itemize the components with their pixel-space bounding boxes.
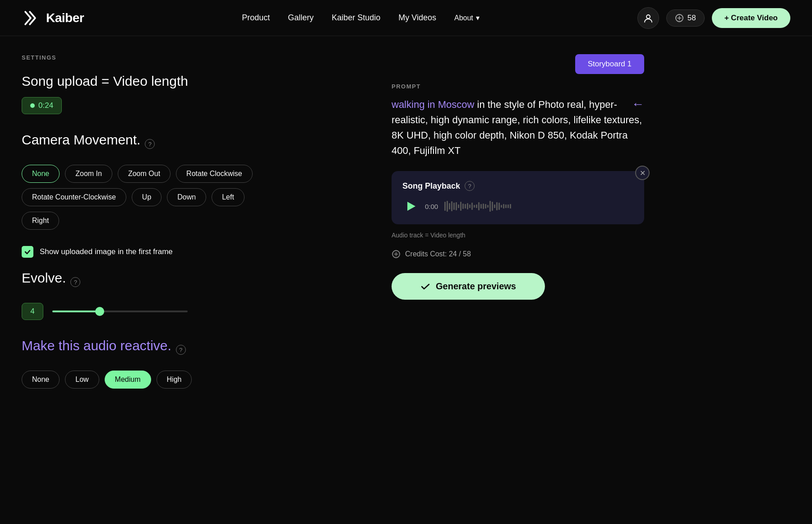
chevron-down-icon: ▾ bbox=[476, 14, 480, 22]
navigation: Kaiber Product Gallery Kaiber Studio My … bbox=[0, 0, 812, 36]
nav-kaiber-studio[interactable]: Kaiber Studio bbox=[332, 13, 380, 22]
create-video-button[interactable]: + Create Video bbox=[712, 8, 790, 28]
recording-dot bbox=[30, 103, 35, 108]
left-panel: SETTINGS Song upload = Video length 0:24… bbox=[22, 54, 364, 506]
song-playback-card: ✕ Song Playback ? 0:00 bbox=[392, 171, 644, 224]
waveform-bar bbox=[465, 204, 466, 209]
storyboard-header: Storyboard 1 bbox=[392, 54, 644, 74]
waveform-bar bbox=[505, 204, 507, 208]
duration-badge: 0:24 bbox=[22, 97, 62, 114]
audio-reactive-help-icon[interactable]: ? bbox=[176, 345, 186, 355]
audio-track-note: Audio track = Video length bbox=[392, 232, 644, 239]
evolve-title: Evolve. bbox=[22, 270, 66, 286]
waveform-bar bbox=[453, 203, 455, 210]
generate-button-label: Generate previews bbox=[436, 281, 516, 292]
waveform-bar bbox=[487, 205, 489, 208]
waveform-bar bbox=[447, 201, 448, 212]
generate-previews-button[interactable]: Generate previews bbox=[392, 273, 545, 300]
audio-option-none[interactable]: None bbox=[22, 371, 60, 389]
back-arrow-icon[interactable]: ← bbox=[632, 97, 644, 111]
evolve-slider-container: 4 bbox=[22, 303, 364, 320]
nav-right: 58 + Create Video bbox=[637, 7, 790, 29]
waveform-bar bbox=[467, 203, 468, 209]
waveform-bar bbox=[444, 202, 446, 211]
waveform-bar bbox=[498, 203, 500, 210]
waveform-bar bbox=[496, 202, 498, 210]
playback-controls: 0:00 bbox=[402, 198, 633, 214]
play-triangle-icon bbox=[407, 202, 415, 211]
waveform-bar bbox=[456, 202, 457, 210]
camera-option-rotate-clockwise[interactable]: Rotate Clockwise bbox=[176, 165, 253, 183]
audio-reactive-section: Make this audio reactive. ? None Low Med… bbox=[22, 338, 364, 389]
camera-option-left[interactable]: Left bbox=[212, 188, 245, 206]
credits-cost-text: Credits Cost: 24 / 58 bbox=[405, 250, 471, 258]
audio-option-medium[interactable]: Medium bbox=[105, 371, 151, 389]
storyboard-button[interactable]: Storyboard 1 bbox=[575, 54, 644, 74]
camera-help-icon[interactable]: ? bbox=[145, 139, 155, 149]
evolve-slider-track[interactable] bbox=[52, 311, 188, 312]
close-playback-button[interactable]: ✕ bbox=[635, 166, 650, 180]
waveform bbox=[444, 199, 633, 213]
credits-icon bbox=[675, 14, 684, 23]
waveform-bar bbox=[494, 204, 495, 208]
user-profile-button[interactable] bbox=[637, 7, 659, 29]
camera-options-group-3: Right bbox=[22, 212, 364, 230]
camera-option-zoom-in[interactable]: Zoom In bbox=[65, 165, 112, 183]
camera-option-up[interactable]: Up bbox=[132, 188, 161, 206]
evolve-section: Evolve. ? 4 bbox=[22, 270, 364, 320]
credits-row-icon bbox=[392, 250, 401, 259]
nav-my-videos[interactable]: My Videos bbox=[398, 13, 436, 22]
audio-option-low[interactable]: Low bbox=[65, 371, 99, 389]
waveform-bar bbox=[478, 202, 480, 210]
audio-reactive-options: None Low Medium High bbox=[22, 371, 364, 389]
camera-option-rotate-counter-clockwise[interactable]: Rotate Counter-Clockwise bbox=[22, 188, 126, 206]
nav-gallery[interactable]: Gallery bbox=[288, 13, 314, 22]
waveform-bar bbox=[476, 204, 477, 208]
evolve-value: 4 bbox=[22, 303, 43, 320]
prompt-section: walking in Moscow in the style of Photo … bbox=[392, 97, 644, 158]
camera-option-down[interactable]: Down bbox=[167, 188, 206, 206]
settings-label: SETTINGS bbox=[22, 54, 364, 61]
waveform-bar bbox=[510, 204, 511, 209]
waveform-bar bbox=[480, 204, 482, 209]
camera-option-right[interactable]: Right bbox=[22, 212, 59, 230]
camera-options-group: None Zoom In Zoom Out Rotate Clockwise bbox=[22, 165, 364, 183]
camera-option-none[interactable]: None bbox=[22, 165, 60, 183]
time-display: 0:00 bbox=[425, 203, 438, 210]
play-button[interactable] bbox=[402, 198, 419, 214]
svg-point-0 bbox=[646, 15, 650, 19]
right-panel: Storyboard 1 PROMPT walking in Moscow in… bbox=[392, 54, 644, 506]
song-playback-help-icon[interactable]: ? bbox=[465, 181, 475, 191]
credits-count: 58 bbox=[687, 14, 696, 23]
nav-links: Product Gallery Kaiber Studio My Videos … bbox=[242, 13, 480, 23]
user-icon bbox=[643, 13, 653, 23]
waveform-bar bbox=[451, 201, 452, 211]
audio-option-high[interactable]: High bbox=[157, 371, 192, 389]
nav-product[interactable]: Product bbox=[242, 13, 270, 22]
credits-badge: 58 bbox=[666, 9, 705, 27]
nav-about[interactable]: About ▾ bbox=[454, 14, 480, 22]
waveform-bar bbox=[449, 203, 450, 209]
camera-options-group-2: Rotate Counter-Clockwise Up Down Left bbox=[22, 188, 364, 206]
main-container: SETTINGS Song upload = Video length 0:24… bbox=[0, 36, 812, 524]
evolve-slider-thumb[interactable] bbox=[95, 307, 104, 316]
prompt-text: walking in Moscow in the style of Photo … bbox=[392, 97, 644, 158]
waveform-bar bbox=[469, 204, 471, 208]
waveform-bar bbox=[485, 204, 486, 209]
credits-row: Credits Cost: 24 / 58 bbox=[392, 250, 644, 259]
song-upload-title: Song upload = Video length bbox=[22, 74, 364, 89]
waveform-bar bbox=[492, 202, 493, 211]
checkmark-icon bbox=[24, 248, 31, 255]
waveform-bar bbox=[460, 202, 461, 211]
logo-text: Kaiber bbox=[46, 11, 84, 25]
waveform-bar bbox=[508, 204, 509, 208]
logo[interactable]: Kaiber bbox=[22, 8, 84, 28]
camera-movement-header: Camera Movement. ? bbox=[22, 132, 364, 156]
evolve-slider-fill bbox=[52, 311, 100, 312]
audio-reactive-title: Make this audio reactive. bbox=[22, 338, 171, 353]
first-frame-checkbox[interactable] bbox=[22, 246, 33, 258]
evolve-help-icon[interactable]: ? bbox=[70, 277, 80, 287]
camera-movement-section: Camera Movement. ? None Zoom In Zoom Out… bbox=[22, 132, 364, 230]
camera-option-zoom-out[interactable]: Zoom Out bbox=[118, 165, 171, 183]
waveform-bar bbox=[489, 201, 491, 212]
